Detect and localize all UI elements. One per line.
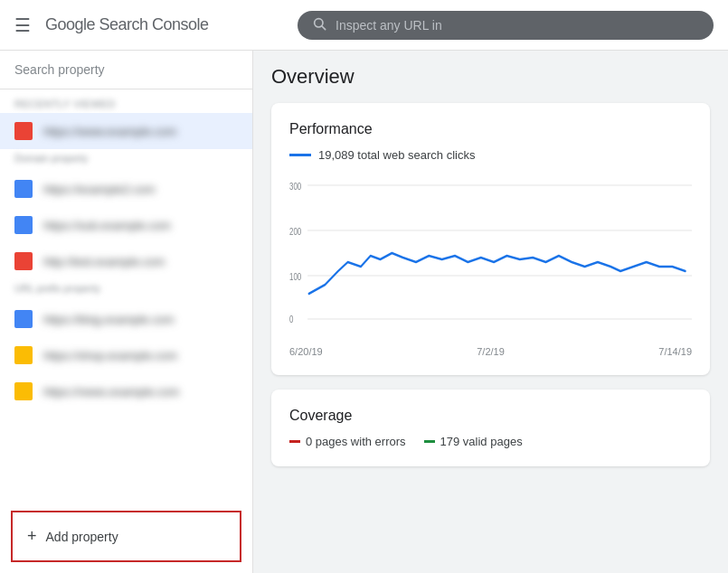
performance-legend: 19,089 total web search clicks [289,148,692,162]
legend-valid: 179 valid pages [424,435,523,448]
property-name-7: https://news.example.com [43,385,238,399]
list-item[interactable]: https://example2.com [0,171,252,207]
add-property-label: Add property [46,530,118,544]
list-item[interactable]: https://www.example.com [0,113,252,149]
errors-label: 0 pages with errors [306,435,406,448]
coverage-card-title: Coverage [289,408,692,424]
url-input[interactable] [336,18,699,33]
property-icon-1 [14,122,33,140]
list-item[interactable]: https://shop.example.com [0,337,252,373]
logo: Google Search Console [45,15,209,34]
property-type-1: Domain property [0,149,252,171]
sidebar: RECENTLY VIEWED https://www.example.com … [0,51,253,573]
errors-line [289,440,300,443]
performance-legend-text: 19,089 total web search clicks [318,148,475,162]
coverage-legend: 0 pages with errors 179 valid pages [289,435,692,448]
add-property-button[interactable]: + Add property [11,511,241,562]
svg-text:0: 0 [289,314,293,325]
performance-card: Performance 19,089 total web search clic… [271,103,710,375]
recently-viewed-label: RECENTLY VIEWED [0,89,252,113]
property-icon-3 [14,216,33,234]
svg-text:200: 200 [289,226,301,238]
property-name-1: https://www.example.com [43,125,238,138]
list-item[interactable]: https://news.example.com [0,373,252,409]
svg-line-1 [322,26,326,30]
property-list: RECENTLY VIEWED https://www.example.com … [0,89,252,500]
valid-line [424,440,435,443]
property-icon-6 [14,346,33,364]
list-item[interactable]: http://test.example.com [0,243,252,279]
legend-errors: 0 pages with errors [289,435,406,448]
property-name-6: https://shop.example.com [43,349,238,362]
x-label-2: 7/2/19 [477,346,505,357]
list-item[interactable]: https://sub.example.com [0,207,252,243]
search-property-input[interactable] [14,62,238,77]
x-label-1: 6/20/19 [289,346,323,357]
property-icon-4 [14,252,33,270]
header: ☰ Google Search Console [0,0,728,51]
coverage-card: Coverage 0 pages with errors 179 valid p… [271,390,710,466]
main-layout: RECENTLY VIEWED https://www.example.com … [0,51,728,573]
property-name-4: http://test.example.com [43,255,238,268]
plus-icon: + [27,527,37,546]
performance-card-title: Performance [289,121,692,137]
search-property-container[interactable] [0,51,252,89]
valid-label: 179 valid pages [440,435,523,448]
hamburger-icon[interactable]: ☰ [14,14,31,36]
property-name-5: https://blog.example.com [43,313,238,326]
x-label-3: 7/14/19 [658,346,692,357]
svg-text:300: 300 [289,181,301,193]
property-icon-2 [14,180,33,198]
chart-x-labels: 6/20/19 7/2/19 7/14/19 [289,346,692,357]
property-name-2: https://example2.com [43,183,238,196]
search-icon [312,16,326,34]
svg-text:100: 100 [289,271,301,283]
url-search-bar[interactable] [298,11,714,40]
property-type-4: URL prefix property [0,279,252,301]
property-name-3: https://sub.example.com [43,219,238,232]
list-item[interactable]: https://blog.example.com [0,301,252,337]
property-icon-5 [14,310,33,328]
legend-line-blue [289,154,311,156]
property-icon-7 [14,382,33,400]
content-area: Overview Performance 19,089 total web se… [253,51,728,573]
page-title: Overview [271,65,710,89]
logo-text: Google Search Console [45,15,209,34]
performance-svg: 300 200 100 0 [289,176,692,339]
performance-chart: 300 200 100 0 6/20/19 7/2/19 7/14/19 [289,176,692,357]
